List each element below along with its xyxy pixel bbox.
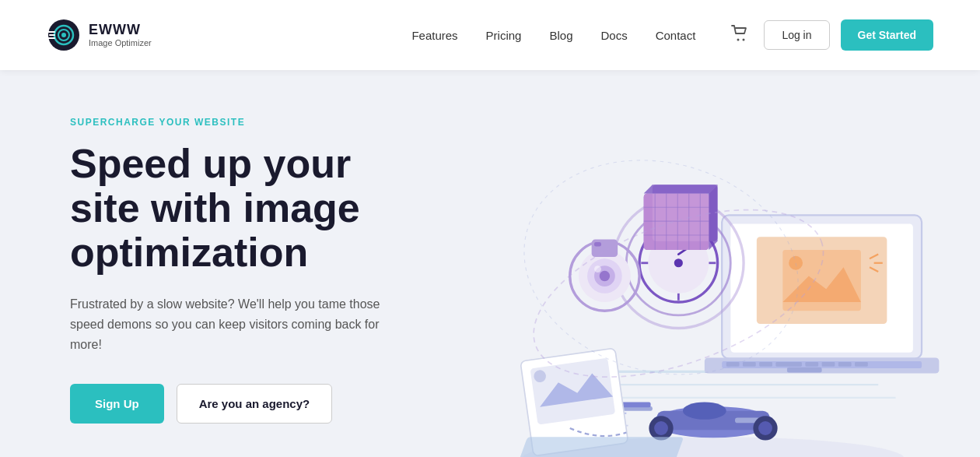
login-button[interactable]: Log in xyxy=(764,20,829,50)
nav-blog[interactable]: Blog xyxy=(549,29,572,42)
logo-text: EWWW Image Optimizer xyxy=(89,23,152,47)
hero-body: Frustrated by a slow website? We'll help… xyxy=(70,294,389,356)
nav-actions: Log in Get Started xyxy=(726,19,933,51)
svg-point-8 xyxy=(743,38,745,40)
svg-rect-82 xyxy=(592,240,618,257)
hero-content: SUPERCHARGE YOUR WEBSITE Speed up your s… xyxy=(0,70,389,457)
hero-illustration-svg xyxy=(366,93,957,457)
logo-icon xyxy=(47,18,81,52)
hero-illustration xyxy=(389,70,980,457)
svg-rect-31 xyxy=(805,362,818,367)
nav-docs[interactable]: Docs xyxy=(600,29,627,42)
svg-rect-35 xyxy=(787,367,822,373)
signup-button[interactable]: Sign Up xyxy=(70,384,164,424)
svg-rect-28 xyxy=(743,362,756,367)
svg-point-43 xyxy=(654,421,668,435)
svg-point-3 xyxy=(61,33,66,37)
get-started-button[interactable]: Get Started xyxy=(841,19,933,51)
svg-point-81 xyxy=(594,265,601,272)
svg-point-80 xyxy=(600,271,610,281)
svg-point-62 xyxy=(674,258,683,267)
nav-contact[interactable]: Contact xyxy=(656,29,696,42)
hero-section: SUPERCHARGE YOUR WEBSITE Speed up your s… xyxy=(0,70,980,457)
svg-point-45 xyxy=(758,421,772,435)
svg-rect-33 xyxy=(838,362,852,367)
agency-button[interactable]: Are you an agency? xyxy=(177,384,333,424)
navbar: EWWW Image Optimizer Features Pricing Bl… xyxy=(0,0,980,70)
svg-rect-32 xyxy=(822,362,835,367)
nav-features[interactable]: Features xyxy=(411,29,457,42)
svg-marker-75 xyxy=(709,185,717,250)
svg-rect-29 xyxy=(759,362,772,367)
svg-rect-86 xyxy=(518,437,684,457)
hero-heading: Speed up your site with image optimizati… xyxy=(70,142,389,276)
hero-eyebrow: SUPERCHARGE YOUR WEBSITE xyxy=(70,117,389,128)
svg-rect-34 xyxy=(855,362,868,367)
svg-rect-30 xyxy=(775,362,802,367)
cart-button[interactable] xyxy=(726,20,753,51)
svg-point-21 xyxy=(789,256,803,270)
hero-buttons: Sign Up Are you an agency? xyxy=(70,384,389,424)
logo[interactable]: EWWW Image Optimizer xyxy=(47,18,152,52)
svg-point-38 xyxy=(683,402,726,419)
cart-icon xyxy=(731,25,748,42)
svg-rect-83 xyxy=(594,242,601,247)
nav-pricing[interactable]: Pricing xyxy=(486,29,522,42)
nav-links: Features Pricing Blog Docs Contact xyxy=(411,29,695,42)
svg-point-7 xyxy=(737,38,740,40)
svg-marker-74 xyxy=(644,185,718,193)
